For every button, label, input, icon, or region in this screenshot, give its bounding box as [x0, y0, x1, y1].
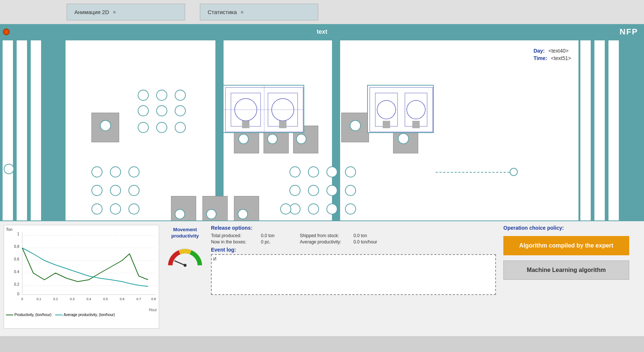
- scroll-bar[interactable]: [637, 40, 641, 220]
- legend-color-2: [55, 315, 63, 315]
- svg-text:0.2: 0.2: [53, 297, 58, 301]
- circle-br-4: [345, 166, 356, 177]
- blueprint-top-right: [367, 85, 434, 133]
- svg-text:0: 0: [17, 292, 19, 296]
- svg-rect-9: [279, 121, 286, 128]
- brand-logo: NFP: [620, 27, 638, 37]
- tab-animacia[interactable]: Анимация 2D ×: [67, 4, 185, 20]
- movement-title: Movement productivity: [163, 227, 207, 239]
- circle-bbp-1: [175, 209, 185, 219]
- circle-lm-4: [91, 185, 103, 196]
- chart-legend: Productivity, (ton/hour) Average product…: [6, 313, 157, 317]
- gauge-svg: [167, 243, 204, 269]
- release-value-avgprod: 0.0 ton/hour: [353, 239, 390, 245]
- circle-br-3: [326, 166, 338, 177]
- svg-text:0.6: 0.6: [14, 257, 19, 261]
- circle-lm-7: [91, 203, 103, 215]
- right-lanes: [578, 40, 643, 220]
- legend-color-1: [6, 315, 13, 315]
- mid-lane-left: [215, 40, 224, 220]
- circle-gray-l: [100, 120, 111, 131]
- info-panel: Day: <text40> Time: <text51>: [533, 48, 571, 61]
- circle-br-6: [308, 185, 319, 196]
- circle-1: [138, 90, 149, 101]
- svg-text:0.1: 0.1: [37, 297, 41, 301]
- white-bar-r2: [594, 40, 605, 220]
- circle-lm-2: [110, 166, 121, 177]
- release-value-total: 0.0 ton: [261, 233, 291, 238]
- release-panel: Release options: Total produced: 0.0 ton…: [211, 225, 496, 332]
- svg-text:0.6: 0.6: [120, 297, 125, 301]
- svg-rect-0: [224, 86, 304, 133]
- svg-rect-17: [412, 121, 420, 128]
- circle-br-11: [326, 203, 338, 215]
- gauge: [167, 243, 204, 265]
- svg-text:1: 1: [17, 232, 19, 236]
- svg-text:0.4: 0.4: [14, 270, 19, 274]
- circle-lm-5: [110, 185, 121, 196]
- tab-animacia-close[interactable]: ×: [113, 9, 116, 15]
- circle-bbp-2: [206, 209, 217, 219]
- svg-text:0.2: 0.2: [14, 282, 19, 286]
- svg-text:0.8: 0.8: [14, 245, 19, 249]
- svg-text:0.4: 0.4: [87, 297, 91, 301]
- release-label-avgprod: Average productivity:: [300, 239, 352, 245]
- chart-svg: 1 0.8 0.6 0.4 0.2 0 0 0.1 0.2 0.3 0.4 0.…: [6, 232, 157, 306]
- svg-text:0.7: 0.7: [137, 297, 141, 301]
- circle-bbp-3: [238, 209, 248, 219]
- app-icon: [3, 29, 10, 35]
- policy-panel: Operation choice policy: Algorithm compi…: [500, 225, 640, 332]
- policy-title: Operation choice policy:: [503, 225, 640, 231]
- circle-bp-2: [267, 134, 278, 144]
- circle-6: [175, 105, 186, 116]
- white-bar-r3: [608, 40, 619, 220]
- header-bar: text NFP: [0, 24, 644, 40]
- white-bar-l1: [3, 40, 13, 220]
- movement-productivity-panel: Movement productivity: [163, 225, 207, 332]
- svg-text:0.3: 0.3: [70, 297, 75, 301]
- legend-label-2: Average productivity, (ton/hour): [64, 313, 115, 317]
- tab-statistika-close[interactable]: ×: [241, 9, 244, 15]
- svg-rect-8: [242, 121, 249, 128]
- release-value-shipped: 0.0 ton: [353, 233, 390, 238]
- bottom-panel: Ton 1 0.8 0.6 0.4 0.2 0 0 0.1 0.2 0.3 0.…: [0, 221, 644, 336]
- tab-statistika-label: Статистика: [208, 9, 237, 15]
- svg-rect-16: [383, 121, 390, 128]
- circle-lm-6: [128, 185, 140, 196]
- ml-algorithm-button[interactable]: Machine Learning algorithm: [503, 260, 629, 280]
- event-log-box: И: [211, 254, 496, 295]
- svg-text:0: 0: [21, 297, 23, 301]
- circle-lm-9: [128, 203, 140, 215]
- release-label-shipped: Shipped from stock:: [300, 233, 352, 238]
- circle-br-10: [308, 203, 319, 215]
- day-value: <text40>: [549, 48, 569, 54]
- tab-statistika[interactable]: Статистика ×: [200, 4, 318, 20]
- dashed-line: [436, 172, 510, 173]
- blueprint-top-center: [223, 85, 304, 133]
- left-lanes: [1, 40, 66, 220]
- event-log-content: И: [213, 256, 217, 262]
- chart-y-label: Ton: [6, 227, 157, 232]
- svg-text:0.8: 0.8: [151, 297, 156, 301]
- legend-item-2: Average productivity, (ton/hour): [55, 313, 115, 317]
- expert-algorithm-button[interactable]: Algorithm compiled by the expert: [503, 236, 629, 255]
- circle-lm-8: [110, 203, 121, 215]
- header-title: text: [317, 29, 327, 35]
- event-log-title: Event log:: [211, 247, 496, 253]
- circle-bp-3: [296, 134, 306, 144]
- circle-br-1: [289, 166, 301, 177]
- circle-br-2: [308, 166, 319, 177]
- legend-item-1: Productivity, (ton/hour): [6, 313, 51, 317]
- release-title: Release options:: [211, 225, 496, 231]
- legend-label-1: Productivity, (ton/hour): [14, 313, 51, 317]
- circle-3: [175, 90, 186, 101]
- circle-7: [138, 122, 149, 133]
- circle-4: [138, 105, 149, 116]
- circle-lm-1: [91, 166, 103, 177]
- svg-point-49: [184, 264, 187, 267]
- release-label-total: Total produced:: [211, 233, 259, 238]
- chart-x-label: Hour: [6, 308, 157, 312]
- release-value-boxes: 0 pc.: [261, 239, 291, 245]
- top-bar: Анимация 2D × Статистика ×: [0, 0, 644, 24]
- release-label-boxes: Now in the boxes:: [211, 239, 259, 245]
